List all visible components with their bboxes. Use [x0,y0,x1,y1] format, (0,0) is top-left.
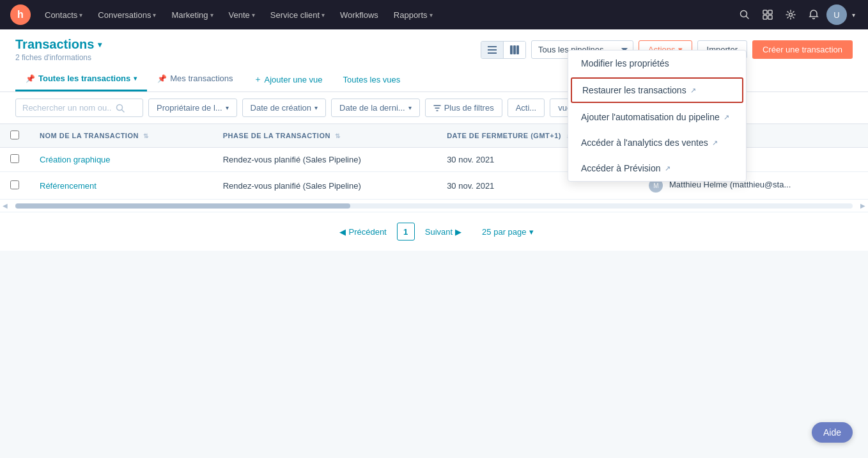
row-checkbox-cell [0,148,29,172]
col-transaction-name[interactable]: NOM DE LA TRANSACTION ⇅ [29,124,213,148]
last-date-filter-button[interactable]: Date de la derni... ▾ [331,99,420,117]
scroll-track [15,203,853,209]
chevron-down-icon: ▾ [322,12,325,19]
transaction-phase-cell: Rendez-vous planifié (Sales Pipeline) [213,172,437,200]
search-input[interactable] [22,103,112,113]
dropdown-item-restore-transactions[interactable]: Restaurer les transactions ↗ [571,77,743,103]
current-page-number[interactable]: 1 [397,223,415,241]
board-view-button[interactable] [504,42,525,58]
tab-all-transactions[interactable]: 📌 Toutes les transactions ▾ [15,67,147,91]
svg-point-8 [789,13,793,17]
actions-dropdown-menu: Modifier les propriétés Restaurer les tr… [568,50,747,182]
chevron-down-icon: ▾ [153,12,156,19]
nav-icon-group: U ▾ [734,4,858,25]
view-toggle-group [481,41,526,59]
nav-vente[interactable]: Vente ▾ [222,8,261,22]
scroll-thumb[interactable] [15,203,350,209]
external-link-icon: ↗ [690,86,696,95]
svg-rect-12 [510,45,513,54]
chevron-down-icon: ▾ [79,12,82,19]
svg-line-3 [747,17,749,19]
svg-rect-14 [516,45,519,54]
select-all-header [0,124,29,148]
search-icon [116,104,125,113]
nav-marketing[interactable]: Marketing ▾ [165,8,219,22]
dropdown-item-analytics[interactable]: Accéder à l'analytics des ventes ↗ [568,130,746,155]
row-checkbox[interactable] [10,180,19,189]
top-navigation: h Contacts ▾ Conversations ▾ Marketing ▾… [0,0,868,29]
nav-service-client[interactable]: Service client ▾ [264,8,331,22]
chevron-down-icon: ▾ [408,104,412,111]
search-box [15,99,143,117]
dropdown-item-modify-properties[interactable]: Modifier les propriétés [568,51,746,76]
svg-rect-5 [768,10,772,14]
create-transaction-button[interactable]: Créer une transaction [752,40,853,59]
chevron-down-icon: ▾ [252,12,255,19]
chevron-down-icon: ▾ [226,104,229,111]
transaction-name-link[interactable]: Création graphique [40,155,111,164]
external-link-icon: ↗ [665,164,670,173]
notifications-icon-button[interactable] [803,4,824,25]
marketplace-icon-button[interactable] [757,4,778,25]
page-title-dropdown-icon[interactable]: ▾ [98,40,102,49]
tab-add-view[interactable]: ＋ Ajouter une vue [244,67,333,91]
chevron-down-icon: ▾ [314,104,318,111]
nav-conversations[interactable]: Conversations ▾ [91,8,162,22]
transaction-name-cell: Référencement [29,172,213,200]
svg-rect-10 [488,49,497,51]
nav-rapports[interactable]: Rapports ▾ [387,8,439,22]
svg-rect-9 [488,46,497,47]
transaction-name-cell: Création graphique [29,148,213,172]
chevron-down-icon: ▾ [430,12,433,19]
col-transaction-phase[interactable]: PHASE DE LA TRANSACTION ⇅ [213,124,437,148]
avatar-chevron-icon[interactable]: ▾ [849,12,858,19]
horizontal-scrollbar: ◀ ▶ [0,200,868,212]
prev-icon: ◀ [339,227,346,237]
page-subtitle: 2 fiches d'informations [15,53,102,62]
sort-icon: ⇅ [335,132,341,139]
settings-icon-button[interactable] [780,4,801,25]
select-all-checkbox[interactable] [10,130,19,139]
sort-icon: ⇅ [143,132,149,139]
svg-rect-6 [763,15,767,19]
pin-icon: 📌 [26,74,35,83]
per-page-selector[interactable]: 25 par page ▾ [482,227,533,237]
transaction-name-link[interactable]: Référencement [40,181,97,191]
transaction-phase-cell: Rendez-vous planifié (Sales Pipeline) [213,148,437,172]
svg-text:h: h [17,9,24,20]
tab-my-transactions[interactable]: 📌 Mes transactions [147,67,243,91]
next-page-button[interactable]: Suivant ▶ [420,225,467,239]
external-link-icon: ↗ [712,139,718,147]
nav-workflows[interactable]: Workflows [334,8,385,22]
scroll-right-icon[interactable]: ▶ [858,202,868,209]
row-checkbox-cell [0,172,29,200]
creation-date-filter-button[interactable]: Date de création ▾ [242,99,326,117]
user-avatar-button[interactable]: U [826,4,847,25]
actions-filter-button[interactable]: Acti... [508,99,545,117]
list-view-button[interactable] [481,42,504,58]
tab-all-views[interactable]: Toutes les vues [333,68,411,91]
dropdown-item-prevision[interactable]: Accéder à Prévision ↗ [568,155,746,181]
plus-icon: ＋ [254,74,262,85]
search-icon-button[interactable] [734,4,755,25]
svg-rect-11 [488,52,497,54]
svg-line-16 [122,109,125,112]
filter-icon [433,104,441,112]
page-title: Transactions ▾ [15,37,102,52]
tab-chevron-icon: ▾ [134,75,137,82]
pin-icon: 📌 [157,74,167,83]
scroll-left-icon[interactable]: ◀ [0,202,10,209]
per-page-chevron-icon: ▾ [529,227,534,237]
svg-rect-7 [768,15,772,19]
owner-filter-button[interactable]: Propriétaire de l... ▾ [148,99,237,117]
hubspot-logo[interactable]: h [10,4,31,25]
row-checkbox[interactable] [10,154,19,163]
svg-rect-13 [513,45,516,54]
nav-contacts[interactable]: Contacts ▾ [38,8,89,22]
dropdown-item-add-pipeline-automation[interactable]: Ajouter l'automatisation du pipeline ↗ [568,104,746,130]
prev-page-button[interactable]: ◀ Précédent [334,225,391,239]
next-icon: ▶ [455,227,461,237]
more-filters-button[interactable]: Plus de filtres [425,99,502,117]
pagination-row: ◀ Précédent 1 Suivant ▶ 25 par page ▾ [0,212,868,251]
external-link-icon: ↗ [724,113,729,122]
